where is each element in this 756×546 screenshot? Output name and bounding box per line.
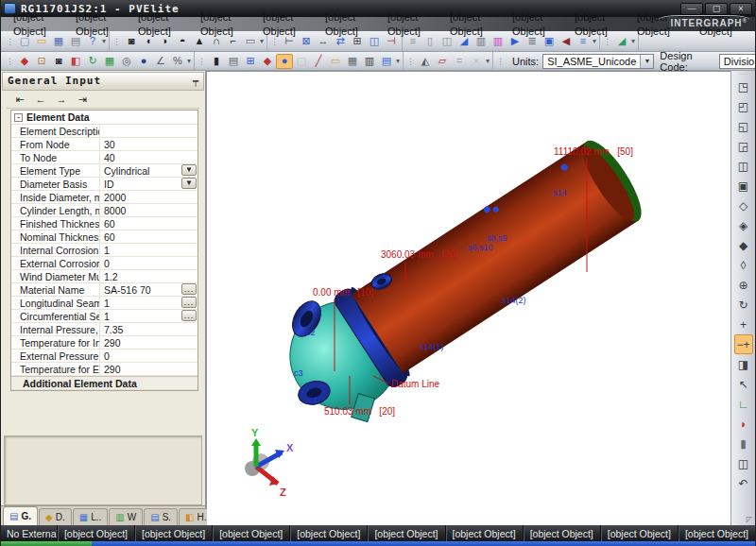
percent-icon[interactable]: % bbox=[169, 54, 186, 69]
menu-item[interactable]: [object Object] bbox=[506, 10, 568, 39]
cube-view-back-icon[interactable]: ◰ bbox=[734, 96, 753, 116]
vessel-3d-view[interactable]: 0.00 mm [10] 3060.03 mm [30] 11110.02 mm… bbox=[207, 72, 732, 525]
field-value[interactable]: 40 bbox=[100, 151, 198, 163]
search-icon[interactable]: ◎ bbox=[118, 54, 135, 69]
panel-tab[interactable]: ▤ S. bbox=[144, 508, 178, 525]
panel-tab[interactable]: ▦ L.. bbox=[73, 508, 109, 525]
field-value[interactable]: SA-516 70 bbox=[100, 283, 180, 296]
field-value[interactable]: 1 bbox=[100, 297, 180, 309]
plot-icon[interactable]: ⊞ bbox=[242, 54, 259, 69]
menu-item[interactable]: [object Object] bbox=[256, 10, 318, 39]
menu-item[interactable]: [object Object] bbox=[69, 10, 131, 39]
zoom-dynamic-icon[interactable]: −+ bbox=[734, 334, 753, 354]
menu-item[interactable]: [object Object] bbox=[568, 10, 630, 39]
select-cursor-icon[interactable]: ↖ bbox=[734, 374, 753, 394]
field-value[interactable]: 7.35 bbox=[100, 323, 198, 335]
iso-view-1-icon[interactable]: ◇ bbox=[734, 196, 753, 215]
pencil-red-icon[interactable]: ╱ bbox=[310, 54, 327, 69]
units-dropdown-icon[interactable]: ▼ bbox=[640, 55, 653, 68]
climbers-icon[interactable]: ◭ bbox=[417, 54, 434, 69]
ellipsis-button[interactable]: ... bbox=[181, 297, 197, 308]
field-value[interactable]: Cylindrical bbox=[100, 164, 180, 177]
model-viewport[interactable]: 0.00 mm [10] 3060.03 mm [30] 11110.02 mm… bbox=[207, 71, 730, 525]
field-value[interactable]: 1.2 bbox=[100, 270, 198, 282]
undo-view-icon[interactable]: ↶ bbox=[734, 473, 753, 493]
cube-view-top-icon[interactable]: ◫ bbox=[734, 156, 753, 176]
units-combobox[interactable]: SI_ASME_Unicode ▼ bbox=[542, 54, 654, 69]
solid-view-icon[interactable]: ▮ bbox=[734, 434, 753, 453]
triad-toggle-icon[interactable]: ∟ bbox=[734, 394, 753, 414]
pin-icon[interactable]: ┯ bbox=[193, 76, 198, 86]
menu-item[interactable]: [object Object] bbox=[443, 10, 506, 39]
overflow-icon[interactable]: ▾ bbox=[187, 57, 191, 65]
overflow-icon[interactable]: ▾ bbox=[486, 57, 490, 65]
field-value[interactable]: 1 bbox=[100, 244, 198, 256]
field-value[interactable]: 8000 bbox=[100, 204, 198, 216]
projector-icon[interactable]: ◙ bbox=[50, 54, 67, 69]
menu-item[interactable]: [object Object] bbox=[318, 10, 381, 39]
iso-view-3-icon[interactable]: ◆ bbox=[734, 235, 753, 255]
toolbar-corner-icon[interactable]: ◸ bbox=[747, 515, 755, 523]
cylinder-black-icon[interactable]: ▮ bbox=[208, 54, 225, 69]
cube-view-right-icon[interactable]: ◲ bbox=[734, 136, 753, 156]
field-value[interactable]: ID bbox=[100, 178, 180, 190]
cube-view-left-icon[interactable]: ◱ bbox=[734, 116, 753, 136]
export-icon[interactable]: ⊡ bbox=[33, 54, 50, 69]
menu-item[interactable]: [object Object] bbox=[7, 10, 69, 39]
spark-icon[interactable]: ◆ bbox=[16, 54, 33, 69]
field-value[interactable]: 2000 bbox=[100, 191, 198, 203]
toolbar-grip[interactable]: ⋮ bbox=[198, 57, 206, 66]
named-view-icon[interactable]: ◨ bbox=[734, 354, 753, 374]
cube-view-bottom-icon[interactable]: ▣ bbox=[734, 176, 753, 196]
grid-group-element-data[interactable]: - Element Data bbox=[11, 111, 198, 125]
toolbar-grip[interactable]: ⋮ bbox=[496, 57, 505, 66]
table-green-icon[interactable]: ▦ bbox=[101, 54, 118, 69]
field-value[interactable] bbox=[100, 125, 198, 137]
iso-view-4-icon[interactable]: ◊ bbox=[734, 255, 753, 275]
overflow-icon[interactable]: ▾ bbox=[396, 57, 400, 65]
copy-squares-icon[interactable]: ◧ bbox=[67, 54, 84, 69]
sphere-blue-icon[interactable]: ● bbox=[276, 54, 293, 69]
cube-view-front-icon[interactable]: ◳ bbox=[734, 77, 753, 96]
pages-blue-icon[interactable]: ▤ bbox=[378, 54, 395, 69]
toolbar-grip[interactable]: ⋮ bbox=[6, 57, 14, 66]
panel-tab[interactable]: ◆ D. bbox=[39, 508, 72, 525]
film-icon[interactable]: ▥ bbox=[361, 54, 378, 69]
next-element-button[interactable]: → bbox=[52, 93, 71, 107]
iso-view-2-icon[interactable]: ◈ bbox=[734, 215, 753, 235]
toolbar-grip[interactable]: ⋮ bbox=[406, 57, 415, 66]
menu-item[interactable]: [object Object] bbox=[131, 10, 194, 39]
field-value[interactable]: 290 bbox=[100, 363, 198, 375]
field-value[interactable]: 30 bbox=[100, 138, 198, 150]
dropdown-button[interactable]: ▼ bbox=[181, 178, 197, 189]
last-element-button[interactable]: ⇥ bbox=[73, 93, 92, 107]
field-value[interactable]: 60 bbox=[100, 230, 198, 243]
panel-tab[interactable]: ▤ G. bbox=[3, 506, 38, 525]
panel-tab[interactable]: ▥ W bbox=[109, 508, 143, 525]
menu-item[interactable]: [object Object] bbox=[381, 10, 443, 39]
zoom-window-icon[interactable]: ⊕ bbox=[734, 275, 753, 295]
folder-yellow-icon[interactable]: ▭ bbox=[327, 54, 344, 69]
eraser-icon[interactable]: ◗ bbox=[734, 414, 753, 434]
field-value[interactable]: 0 bbox=[100, 257, 198, 269]
field-value[interactable]: 1 bbox=[100, 310, 180, 322]
prev-element-button[interactable]: ← bbox=[31, 93, 50, 107]
table-gray-icon[interactable]: ▦ bbox=[344, 54, 361, 69]
first-element-button[interactable]: ⇤ bbox=[10, 93, 29, 107]
equal-icon[interactable]: = bbox=[451, 54, 468, 69]
field-value[interactable]: 60 bbox=[100, 217, 198, 230]
sphere-dark-icon[interactable]: ● bbox=[135, 54, 152, 69]
report-red-icon[interactable]: ▱ bbox=[434, 54, 451, 69]
ellipsis-button[interactable]: ... bbox=[181, 310, 197, 321]
grid-group-additional-element-data[interactable]: Additional Element Data bbox=[11, 376, 198, 390]
ghost-icon[interactable]: ▢ bbox=[293, 54, 310, 69]
disabled-icon[interactable]: × bbox=[468, 54, 485, 69]
pan-icon[interactable]: + bbox=[734, 315, 753, 334]
collapse-icon[interactable]: - bbox=[14, 113, 23, 122]
field-value[interactable]: 290 bbox=[100, 336, 198, 349]
form-icon[interactable]: ▤ bbox=[225, 54, 242, 69]
section-view-icon[interactable]: ◫ bbox=[734, 453, 753, 473]
field-value[interactable]: 0 bbox=[100, 350, 198, 362]
angle-icon[interactable]: ∠ bbox=[152, 54, 169, 69]
menu-item[interactable]: [object Object] bbox=[194, 10, 256, 39]
